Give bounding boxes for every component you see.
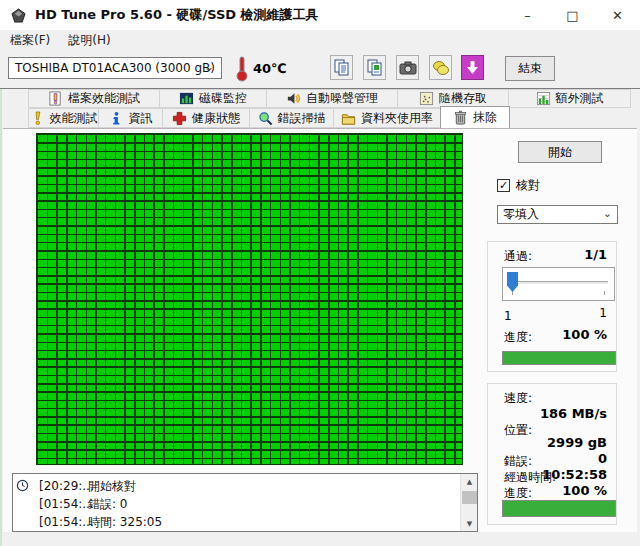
log-time: [20:29:... (39, 479, 94, 493)
copy-image-icon (366, 59, 383, 76)
maximize-icon[interactable]: □ (550, 0, 595, 30)
slider-tick-max (604, 291, 605, 295)
copy-text-icon (333, 59, 350, 76)
clock-icon (16, 479, 29, 492)
drive-select[interactable]: TOSHIBA DT01ACA300 (3000 gB) ⌄ (8, 57, 222, 79)
tab-label: 健康狀態 (192, 110, 240, 127)
tab-erase[interactable]: 抹除 (440, 106, 510, 128)
extra-tests-icon (536, 91, 551, 106)
camera-icon (399, 61, 417, 75)
save-button[interactable] (429, 55, 452, 80)
tab-acoustic-management[interactable]: 自動噪聲管理 (266, 89, 398, 108)
verify-checkbox[interactable]: ✓ (497, 179, 510, 192)
toolbar: TOSHIBA DT01ACA300 (3000 gB) ⌄ 40℃ (0, 50, 640, 89)
tab-extra-tests[interactable]: 額外測試 (508, 89, 631, 108)
pass-progress-fill (503, 352, 615, 364)
scroll-up-icon[interactable]: ▲ (461, 474, 478, 489)
tab-label: 隨機存取 (439, 90, 487, 107)
close-icon[interactable]: ✕ (595, 0, 640, 30)
tab-health[interactable]: 健康狀態 (162, 108, 250, 128)
tab-label: 效能測試 (50, 110, 98, 127)
erase-method-select[interactable]: 零填入 ⌄ (497, 205, 618, 224)
menu-file[interactable]: 檔案(F) (2, 30, 58, 51)
screenshot-button[interactable] (396, 55, 419, 80)
progress-label: 進度: (504, 329, 532, 346)
status-progress-fill (503, 501, 615, 516)
app-icon (11, 8, 26, 23)
tab-info[interactable]: 資訊 (98, 108, 163, 128)
tab-label: 錯誤掃描 (278, 110, 326, 127)
menu-help[interactable]: 說明(H) (60, 30, 118, 51)
pass-progress-bar (502, 351, 616, 365)
erase-method-value: 零填入 (503, 206, 539, 223)
pass-slider[interactable] (502, 267, 615, 301)
tab-label: 資料夾使用率 (361, 110, 433, 127)
slider-min-label: 1 (504, 309, 512, 323)
tab-label: 磁碟監控 (199, 90, 247, 107)
tab-folder-usage[interactable]: 資料夾使用率 (333, 108, 441, 128)
elapsed-value: 10:52:58 (542, 467, 607, 482)
status-progress-bar (502, 500, 616, 517)
disk-monitor-icon (179, 91, 194, 106)
verify-option[interactable]: ✓ 核對 (497, 177, 540, 194)
errors-value: 0 (598, 451, 607, 466)
titlebar: HD Tune Pro 5.60 - 硬碟/SSD 檢測維護工具 – □ ✕ (0, 0, 640, 30)
tab-label: 資訊 (129, 110, 153, 127)
slider-track (509, 281, 608, 284)
position-label: 位置: (504, 422, 532, 439)
benchmark-icon (30, 111, 45, 126)
position-value: 2999 gB (547, 435, 607, 450)
folder-usage-icon (341, 111, 356, 126)
log-message: 錯誤: 0 (88, 496, 128, 513)
start-button[interactable]: 開始 (518, 141, 602, 163)
tab-error-scan[interactable]: 錯誤掃描 (249, 108, 334, 128)
window-controls: – □ ✕ (505, 0, 640, 30)
log-message: 時間: 325:05 (88, 514, 162, 531)
app-window: HD Tune Pro 5.60 - 硬碟/SSD 檢測維護工具 – □ ✕ 檔… (0, 0, 640, 546)
update-button[interactable] (461, 55, 484, 80)
file-benchmark-icon (48, 91, 63, 106)
download-icon (466, 60, 479, 75)
speed-value: 186 MB/s (540, 406, 607, 421)
desktop-edge (0, 44, 2, 546)
progress-value: 100 % (562, 483, 607, 498)
errors-label: 錯誤: (504, 453, 532, 470)
scroll-down-icon[interactable]: ▼ (461, 516, 478, 531)
status-groupbox: 速度: 186 MB/s 位置: 2999 gB 錯誤: 0 經過時間: 10:… (487, 383, 617, 525)
slider-thumb[interactable] (507, 272, 518, 292)
pass-value: 1/1 (584, 247, 607, 262)
acoustic-management-icon (286, 91, 301, 106)
scrollbar-thumb[interactable] (462, 491, 477, 504)
log-scrollbar[interactable]: ▲ ▼ (460, 474, 477, 531)
slider-max-label: 1 (599, 306, 607, 320)
pass-groupbox: 通過: 1/1 1 1 進度: 100 % (487, 241, 617, 372)
start-button-label: 開始 (548, 144, 572, 161)
copy-text-button[interactable] (330, 55, 353, 80)
copy-image-button[interactable] (363, 55, 386, 80)
log-message: 開始核對 (88, 478, 136, 495)
chevron-down-icon: ⌄ (603, 207, 612, 220)
thermometer-icon (233, 55, 251, 83)
tab-file-benchmark[interactable]: 檔案效能測試 (28, 89, 160, 108)
coins-icon (432, 60, 450, 76)
log-list[interactable]: [20:29:... 開始核對 [01:54:... 錯誤: 0 [01:54:… (12, 473, 478, 532)
minimize-icon[interactable]: – (505, 0, 550, 30)
progress-value: 100 % (562, 327, 607, 342)
random-access-icon (419, 91, 434, 106)
tab-label: 額外測試 (556, 90, 604, 107)
erase-icon (453, 110, 468, 125)
tab-row-bottom: 效能測試 資訊 健康狀態 錯誤掃描 資料夾使用率 抹除 (28, 108, 509, 128)
speed-label: 速度: (504, 390, 532, 407)
tab-benchmark[interactable]: 效能測試 (28, 108, 99, 128)
temperature-value: 40℃ (253, 61, 287, 76)
log-time: [01:54:... (39, 515, 94, 529)
error-scan-icon (258, 111, 273, 126)
tab-disk-monitor[interactable]: 磁碟監控 (159, 89, 267, 108)
window-title: HD Tune Pro 5.60 - 硬碟/SSD 檢測維護工具 (35, 6, 319, 24)
menubar: 檔案(F) 說明(H) (0, 30, 640, 50)
health-icon (172, 111, 187, 126)
pass-label: 通過: (504, 248, 532, 265)
tab-label: 抹除 (473, 109, 497, 126)
exit-button[interactable]: 結束 (505, 56, 555, 81)
tab-label: 自動噪聲管理 (306, 90, 378, 107)
